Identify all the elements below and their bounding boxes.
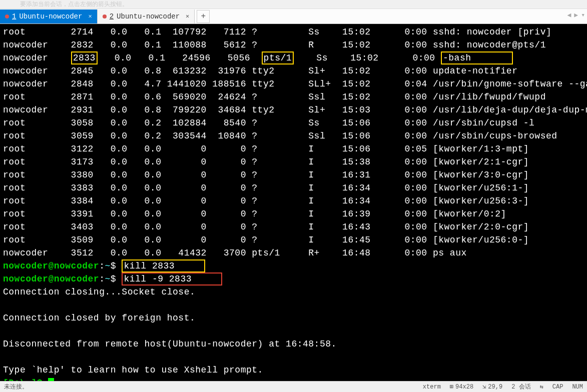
process-row: root 3380 0.0 0.0 0 0 ? I 16:31 0:00 [kw… <box>3 168 584 182</box>
prompt-line: nowcoder@nowcoder:~$ kill -9 2833 <box>3 272 584 286</box>
process-row: root 3383 0.0 0.0 0 0 ? I 16:34 0:00 [kw… <box>3 182 584 194</box>
status-sessions: 2 会话 <box>511 382 530 391</box>
tab-nav: ◀ ▶ ▾ <box>567 11 585 19</box>
status-term: xterm <box>423 384 441 390</box>
tab-1[interactable]: 1 Ubuntu-nowcoder ✕ <box>0 10 98 24</box>
process-row: root 3509 0.0 0.0 0 0 ? I 16:45 0:00 [kw… <box>3 234 584 246</box>
status-num: NUM <box>572 384 583 390</box>
status-dot-icon <box>5 14 9 18</box>
output-line <box>3 298 584 312</box>
cursor-pos-icon: ⇲ <box>482 383 486 390</box>
tab-prev-icon[interactable]: ◀ <box>567 11 571 19</box>
tab-label: Ubuntu-nowcoder <box>117 12 180 20</box>
close-icon[interactable]: ✕ <box>186 12 189 20</box>
process-row: root 3384 0.0 0.0 0 0 ? I 16:34 0:00 [kw… <box>3 194 584 208</box>
add-tab-button[interactable]: + <box>197 10 210 23</box>
tab-bar: 1 Ubuntu-nowcoder ✕ 2 Ubuntu-nowcoder ✕ … <box>0 9 587 24</box>
status-dot-icon <box>103 14 107 18</box>
tab-next-icon[interactable]: ▶ <box>574 11 578 19</box>
status-connection: 未连接。 <box>4 382 423 391</box>
process-row: nowcoder 2833 0.0 0.1 24596 5056 pts/1 S… <box>3 52 584 64</box>
status-divider: ⇆ <box>540 383 543 390</box>
process-row: nowcoder 2845 0.0 0.8 613232 31976 tty2 … <box>3 64 584 78</box>
process-row: root 3173 0.0 0.0 0 0 ? I 15:38 0:00 [kw… <box>3 156 584 168</box>
tab-menu-icon[interactable]: ▾ <box>581 11 585 19</box>
process-row: nowcoder 2931 0.0 0.8 799220 34684 tty2 … <box>3 104 584 116</box>
terminal-area[interactable]: root 2714 0.0 0.1 107792 7112 ? Ss 15:02… <box>0 24 587 381</box>
status-pos: ⇲29,9 <box>482 383 502 390</box>
output-line: Connection closing...Socket close. <box>3 286 584 298</box>
status-cap: CAP <box>552 384 563 390</box>
prompt-line: nowcoder@nowcoder:~$ kill 2833 <box>3 260 584 272</box>
output-line: Disconnected from remote host(Ubuntu-now… <box>3 338 584 350</box>
process-row: root 3059 0.0 0.2 303544 10840 ? Ssl 15:… <box>3 130 584 142</box>
process-row: root 3058 0.0 0.2 102884 8540 ? Ss 15:06… <box>3 116 584 130</box>
grid-icon: ⊞ <box>450 383 453 390</box>
output-line <box>3 350 584 364</box>
process-row: nowcoder 3512 0.0 0.0 41432 3700 pts/1 R… <box>3 246 584 260</box>
output-line: Type `help' to learn how to use Xshell p… <box>3 364 584 376</box>
process-row: root 3122 0.0 0.0 0 0 ? I 15:06 0:05 [kw… <box>3 142 584 156</box>
status-size: ⊞94x28 <box>450 383 473 390</box>
tab-2[interactable]: 2 Ubuntu-nowcoder ✕ <box>98 10 195 24</box>
local-prompt[interactable]: [D:\~]$ <box>3 376 584 381</box>
hint-bar: 要添加当前会话，点击左侧的箭头按钮。 <box>0 0 587 9</box>
process-row: root 2714 0.0 0.1 107792 7112 ? Ss 15:02… <box>3 26 584 38</box>
cursor-icon <box>48 378 54 381</box>
process-row: root 2871 0.0 0.6 569020 24624 ? Ssl 15:… <box>3 90 584 104</box>
tab-number: 1 <box>12 12 16 20</box>
tab-label: Ubuntu-nowcoder <box>19 12 82 20</box>
process-row: root 3403 0.0 0.0 0 0 ? I 16:43 0:00 [kw… <box>3 220 584 234</box>
status-bar: 未连接。 xterm ⊞94x28 ⇲29,9 2 会话 ⇆ CAP NUM <box>0 381 587 392</box>
process-row: nowcoder 2848 0.0 4.7 1441020 188516 tty… <box>3 78 584 90</box>
tab-number: 2 <box>110 12 114 20</box>
process-row: root 3391 0.0 0.0 0 0 ? I 16:39 0:00 [kw… <box>3 208 584 220</box>
local-prompt-text: [D:\~]$ <box>3 378 48 381</box>
process-row: nowcoder 2832 0.0 0.1 110088 5612 ? R 15… <box>3 38 584 52</box>
output-line <box>3 324 584 338</box>
close-icon[interactable]: ✕ <box>88 12 92 20</box>
output-line: Connection closed by foreign host. <box>3 312 584 324</box>
